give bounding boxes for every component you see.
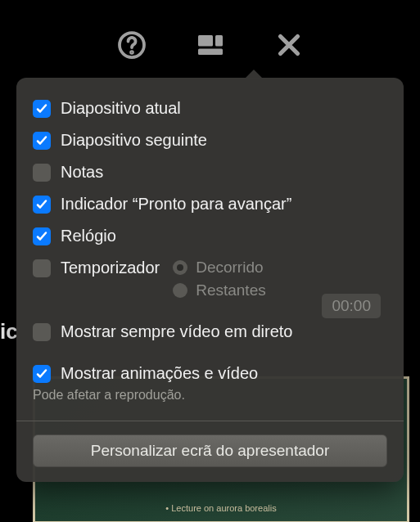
divider [16,421,404,421]
presenter-display-popover: Diapositivo atual Diapositivo seguinte N… [16,78,404,482]
close-icon[interactable] [274,30,304,60]
option-show-animations: Mostrar animações e vídeo [16,358,404,389]
checkbox-current-slide[interactable] [33,100,51,118]
toolbar [0,25,420,65]
background-slide-caption: • Lecture on aurora borealis [165,503,276,513]
label-timer: Temporizador [61,259,160,277]
label-remaining: Restantes [196,281,266,299]
label-show-animations: Mostrar animações e vídeo [61,364,258,383]
radio-row-remaining: Restantes [173,281,266,299]
checkbox-ready-indicator[interactable] [33,196,51,214]
svg-rect-2 [198,35,213,47]
checkbox-timer[interactable] [33,259,51,277]
layout-icon[interactable] [196,30,225,60]
svg-point-1 [131,52,133,53]
option-notes: Notas [16,156,404,188]
label-current-slide: Diapositivo atual [61,99,181,118]
label-elapsed: Decorrido [196,259,263,277]
option-next-slide: Diapositivo seguinte [16,124,404,156]
option-always-live-video: Mostrar sempre vídeo em direto [16,316,404,348]
checkbox-show-animations[interactable] [33,365,51,383]
checkbox-next-slide[interactable] [33,132,51,150]
option-clock: Relógio [16,220,404,252]
svg-rect-4 [198,49,223,56]
label-next-slide: Diapositivo seguinte [61,131,207,150]
label-clock: Relógio [61,227,116,245]
customize-presenter-display-button[interactable]: Personalizar ecrã do apresentador [33,434,387,467]
svg-rect-3 [215,35,223,47]
radio-remaining[interactable] [173,283,187,298]
label-always-live-video: Mostrar sempre vídeo em direto [61,322,292,341]
option-current-slide: Diapositivo atual [16,92,404,124]
checkbox-always-live-video[interactable] [33,323,51,341]
radio-row-elapsed: Decorrido [173,259,266,277]
show-animations-help-text: Pode afetar a reprodução. [16,388,404,412]
timer-value-input[interactable]: 00:00 [322,294,381,318]
checkbox-notes[interactable] [33,164,51,182]
label-ready-indicator: Indicador “Pronto para avançar” [61,195,291,214]
option-timer: Temporizador Decorrido Restantes 00:00 [16,252,404,306]
radio-elapsed[interactable] [173,260,187,275]
checkbox-clock[interactable] [33,227,51,245]
label-notes: Notas [61,163,103,182]
help-icon[interactable] [117,30,147,60]
option-ready-indicator: Indicador “Pronto para avançar” [16,188,404,220]
